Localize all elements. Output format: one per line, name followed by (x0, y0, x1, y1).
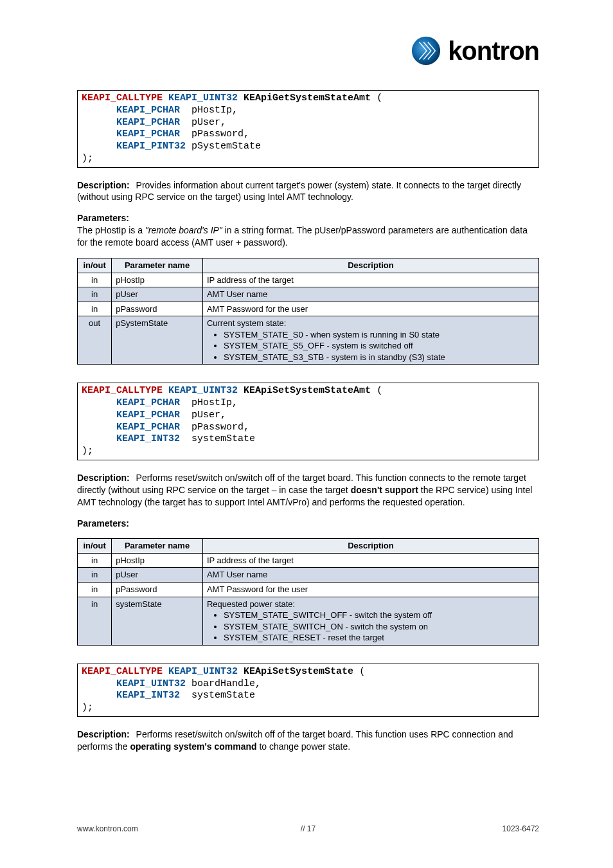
desc-text-post: to change power state. (257, 741, 351, 752)
desc-list: SYSTEM_STATE_SWITCH_OFF - switch the sys… (207, 610, 535, 644)
cell-desc: Requested power state:SYSTEM_STATE_SWITC… (202, 597, 538, 645)
parameters-block-1: Parameters: The pHostIp is a "remote boa… (77, 212, 539, 249)
table-row: inpUserAMT User name (78, 568, 539, 583)
svg-point-0 (412, 37, 440, 65)
table-header: Parameter name (112, 258, 203, 273)
table-row: inpPasswordAMT Password for the user (78, 583, 539, 597)
param-label: Parameters: (77, 518, 129, 529)
cell-io: in (78, 597, 112, 645)
cell-param-name: pPassword (112, 302, 203, 316)
cell-param-name: pSystemState (112, 316, 203, 365)
page: kontron KEAPI_CALLTYPE KEAPI_UINT32 KEAp… (0, 0, 613, 868)
list-item: SYSTEM_STATE_RESET - reset the target (224, 632, 535, 644)
cell-param-name: systemState (112, 597, 203, 645)
table-row: inpHostIpIP address of the target (78, 273, 539, 287)
table-header: Description (202, 539, 538, 554)
list-item: SYSTEM_STATE_S5_OFF - system is switched… (224, 340, 535, 352)
table-row: inpHostIpIP address of the target (78, 553, 539, 568)
description-block-2: Description: Performs reset/switch on/sw… (77, 472, 539, 509)
footer: www.kontron.com // 17 1023-6472 (77, 824, 539, 836)
param-label: Parameters: (77, 213, 129, 223)
desc-bold: doesn't support (351, 485, 418, 495)
code-block-set-system-state: KEAPI_CALLTYPE KEAPI_UINT32 KEApiSetSyst… (77, 664, 539, 717)
table-header: Parameter name (112, 539, 203, 554)
desc-label: Description: (77, 473, 130, 483)
table-row: outpSystemStateCurrent system state:SYST… (78, 316, 539, 365)
cell-param-name: pHostIp (112, 553, 203, 568)
description-block-3: Description: Performs reset/switch on/sw… (77, 728, 539, 753)
desc-text: Provides information about current targe… (77, 180, 521, 203)
cell-io: in (78, 583, 112, 597)
parameters-block-2: Parameters: (77, 518, 539, 530)
cell-param-name: pPassword (112, 583, 203, 597)
desc-label: Description: (77, 729, 130, 739)
cell-desc: AMT Password for the user (202, 583, 538, 597)
param-sentence-pre: The pHostIp is a (77, 225, 145, 235)
desc-bold: operating system's command (130, 741, 256, 752)
cell-io: in (78, 553, 112, 568)
list-item: SYSTEM_STATE_S3_STB - system is in stand… (224, 352, 535, 363)
cell-io: out (78, 316, 112, 365)
kontron-logo-icon (411, 35, 441, 66)
footer-center: // 17 (77, 824, 539, 833)
cell-io: in (78, 568, 112, 583)
content: KEAPI_CALLTYPE KEAPI_UINT32 KEApiGetSyst… (77, 35, 539, 753)
param-sentence-italic: "remote board's IP" (145, 225, 222, 235)
table-header: in/out (78, 539, 112, 554)
table-row: inpUserAMT User name (78, 287, 539, 302)
cell-param-name: pUser (112, 287, 203, 302)
cell-io: in (78, 287, 112, 302)
cell-desc: IP address of the target (202, 273, 538, 287)
cell-desc: AMT User name (202, 287, 538, 302)
list-item: SYSTEM_STATE_S0 - when system is running… (224, 329, 535, 341)
footer-right: 1023-6472 (502, 824, 539, 833)
desc-list: SYSTEM_STATE_S0 - when system is running… (207, 329, 535, 363)
cell-desc: IP address of the target (202, 553, 538, 568)
table-header: Description (202, 258, 538, 273)
table-row: insystemStateRequested power state:SYSTE… (78, 597, 539, 645)
cell-io: in (78, 302, 112, 316)
cell-io: in (78, 273, 112, 287)
cell-desc: AMT User name (202, 568, 538, 583)
param-table-1: in/outParameter nameDescriptioninpHostIp… (77, 258, 539, 365)
param-table-2: in/outParameter nameDescriptioninpHostIp… (77, 538, 539, 645)
brand-logo: kontron (411, 35, 539, 66)
desc-label: Description: (77, 180, 130, 190)
description-block-1: Description: Provides information about … (77, 179, 539, 204)
table-row: inpPasswordAMT Password for the user (78, 302, 539, 316)
code-block-get-system-state-amt: KEAPI_CALLTYPE KEAPI_UINT32 KEApiGetSyst… (77, 90, 539, 168)
list-item: SYSTEM_STATE_SWITCH_OFF - switch the sys… (224, 610, 535, 621)
cell-desc: AMT Password for the user (202, 302, 538, 316)
brand-name: kontron (448, 37, 539, 66)
cell-param-name: pHostIp (112, 273, 203, 287)
cell-desc: Current system state:SYSTEM_STATE_S0 - w… (202, 316, 538, 365)
cell-param-name: pUser (112, 568, 203, 583)
code-block-set-system-state-amt: KEAPI_CALLTYPE KEAPI_UINT32 KEApiSetSyst… (77, 383, 539, 460)
list-item: SYSTEM_STATE_SWITCH_ON - switch the syst… (224, 621, 535, 633)
table-header: in/out (78, 258, 112, 273)
